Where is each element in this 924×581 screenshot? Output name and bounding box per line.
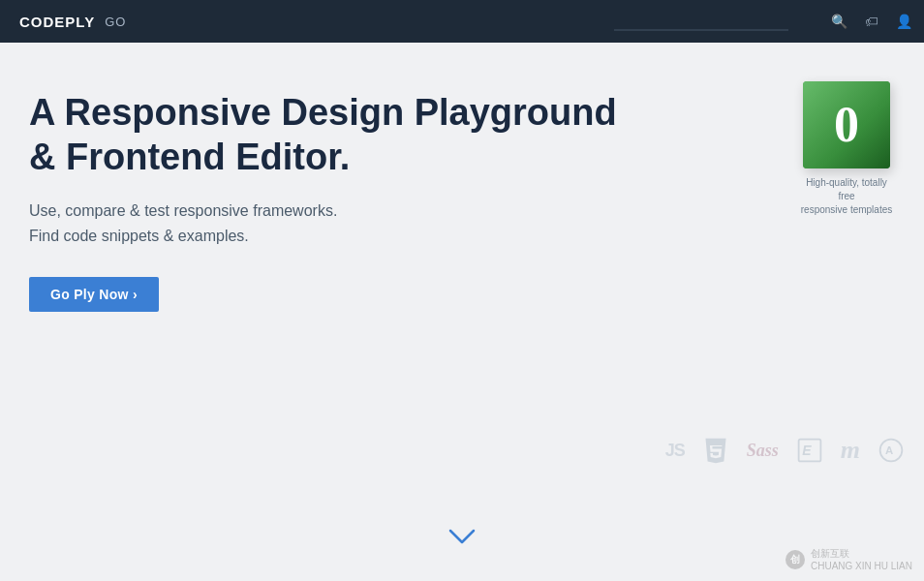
nav-icons: 🔍 🏷 👤 xyxy=(831,14,912,29)
nav-brand: CODEPLY GO xyxy=(19,14,126,30)
hero-title-line1: A Responsive Design Playground xyxy=(29,92,617,133)
template-label: High-quality, totally freeresponsive tem… xyxy=(798,176,895,217)
html5-logo xyxy=(702,437,729,464)
watermark: 创 创新互联 CHUANG XIN HU LIAN xyxy=(785,547,912,571)
watermark-line1: 创新互联 xyxy=(811,547,912,561)
hero-subtitle-line1: Use, compare & test responsive framework… xyxy=(29,202,337,219)
mura-logo: m xyxy=(841,436,860,465)
nav-go-label[interactable]: GO xyxy=(105,15,126,29)
svg-text:A: A xyxy=(885,444,893,456)
go-ply-button[interactable]: Go Ply Now › xyxy=(29,277,159,312)
search-icon[interactable]: 🔍 xyxy=(831,14,847,29)
template-icon-box: 0 xyxy=(803,81,890,168)
tag-icon[interactable]: 🏷 xyxy=(865,14,878,29)
template-zero-icon: 0 xyxy=(834,100,859,150)
navbar: CODEPLY GO 🔍 🏷 👤 xyxy=(0,0,924,43)
nav-search-wrapper xyxy=(614,13,788,31)
scroll-down-chevron[interactable] xyxy=(448,527,476,552)
svg-text:E: E xyxy=(802,443,812,458)
user-icon[interactable]: 👤 xyxy=(896,14,912,29)
js-logo: JS xyxy=(665,441,685,461)
angularjs-logo: A xyxy=(878,437,905,464)
hero-subtitle-line2: Find code snippets & examples. xyxy=(29,228,249,244)
tech-logos: JS Sass E m A xyxy=(665,436,905,465)
sass-logo: Sass xyxy=(747,441,779,461)
em-logo: E xyxy=(796,437,823,464)
hero-title-line2: & Frontend Editor. xyxy=(29,137,350,177)
watermark-line2: CHUANG XIN HU LIAN xyxy=(811,561,912,571)
nav-logo[interactable]: CODEPLY xyxy=(19,14,95,30)
hero-title: A Responsive Design Playground & Fronten… xyxy=(29,91,630,179)
watermark-icon: 创 xyxy=(785,550,805,569)
hero-subtitle: Use, compare & test responsive framework… xyxy=(29,199,533,248)
watermark-text: 创新互联 CHUANG XIN HU LIAN xyxy=(811,547,912,571)
search-input[interactable] xyxy=(614,13,769,30)
template-card[interactable]: 0 High-quality, totally freeresponsive t… xyxy=(798,81,895,217)
main-content: A Responsive Design Playground & Fronten… xyxy=(0,43,924,581)
